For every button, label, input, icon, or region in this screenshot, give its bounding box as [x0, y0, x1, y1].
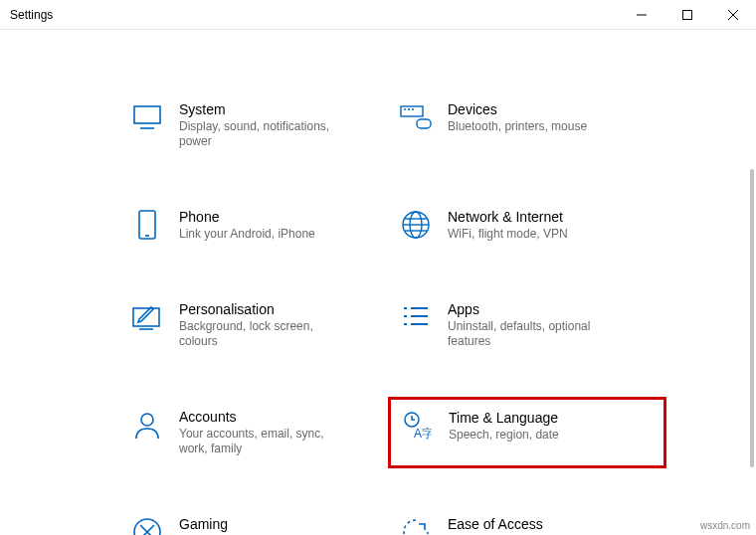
- close-button[interactable]: [710, 0, 756, 30]
- globe-icon: [400, 209, 432, 241]
- category-title: System: [179, 101, 348, 117]
- category-desc: Background, lock screen, colours: [179, 319, 348, 349]
- category-desc: Speech, region, date: [449, 428, 559, 443]
- window-controls: [619, 0, 756, 30]
- svg-point-26: [141, 414, 153, 426]
- phone-icon: [131, 209, 163, 241]
- titlebar: Settings: [0, 0, 756, 30]
- svg-rect-1: [683, 10, 692, 19]
- svg-rect-6: [401, 106, 423, 116]
- category-desc: Your accounts, email, sync, work, family: [179, 427, 348, 456]
- category-system[interactable]: System Display, sound, notifications, po…: [119, 89, 378, 161]
- category-ease-of-access[interactable]: Ease of Access: [388, 504, 666, 535]
- category-network[interactable]: Network & Internet WiFi, flight mode, VP…: [388, 197, 666, 254]
- accounts-icon: [131, 409, 163, 441]
- category-title: Network & Internet: [448, 209, 568, 225]
- category-desc: Uninstall, defaults, optional features: [448, 319, 617, 349]
- category-title: Ease of Access: [448, 516, 543, 532]
- devices-icon: [400, 101, 432, 133]
- watermark: wsxdn.com: [700, 520, 750, 531]
- category-apps[interactable]: Apps Uninstall, defaults, optional featu…: [388, 289, 666, 361]
- category-desc: Display, sound, notifications, power: [179, 119, 348, 149]
- category-title: Phone: [179, 209, 315, 225]
- category-accounts[interactable]: Accounts Your accounts, email, sync, wor…: [119, 397, 378, 468]
- category-devices[interactable]: Devices Bluetooth, printers, mouse: [388, 89, 666, 161]
- category-title: Accounts: [179, 409, 348, 425]
- maximize-button[interactable]: [664, 0, 710, 30]
- category-title: Devices: [448, 101, 587, 117]
- category-desc: Link your Android, iPhone: [179, 227, 315, 242]
- settings-grid: System Display, sound, notifications, po…: [0, 30, 756, 535]
- category-title: Apps: [448, 301, 617, 317]
- ease-of-access-icon: [400, 516, 432, 535]
- time-language-icon: A字: [401, 410, 433, 442]
- apps-icon: [400, 301, 432, 333]
- gaming-icon: [131, 516, 163, 535]
- minimize-button[interactable]: [619, 0, 664, 30]
- category-time-language[interactable]: A字 Time & Language Speech, region, date: [388, 397, 666, 468]
- category-title: Gaming: [179, 516, 228, 532]
- svg-text:A字: A字: [414, 427, 432, 441]
- svg-rect-7: [417, 119, 431, 128]
- category-gaming[interactable]: Gaming: [119, 504, 378, 535]
- category-title: Personalisation: [179, 301, 348, 317]
- category-title: Time & Language: [449, 410, 559, 426]
- category-desc: Bluetooth, printers, mouse: [448, 119, 587, 134]
- scrollbar[interactable]: [750, 169, 754, 467]
- category-personalisation[interactable]: Personalisation Background, lock screen,…: [119, 289, 378, 361]
- window-title: Settings: [10, 8, 53, 22]
- personalisation-icon: [131, 301, 163, 333]
- category-desc: WiFi, flight mode, VPN: [448, 227, 568, 242]
- system-icon: [131, 101, 163, 133]
- svg-rect-11: [139, 211, 155, 239]
- category-phone[interactable]: Phone Link your Android, iPhone: [119, 197, 378, 254]
- svg-rect-4: [134, 106, 160, 123]
